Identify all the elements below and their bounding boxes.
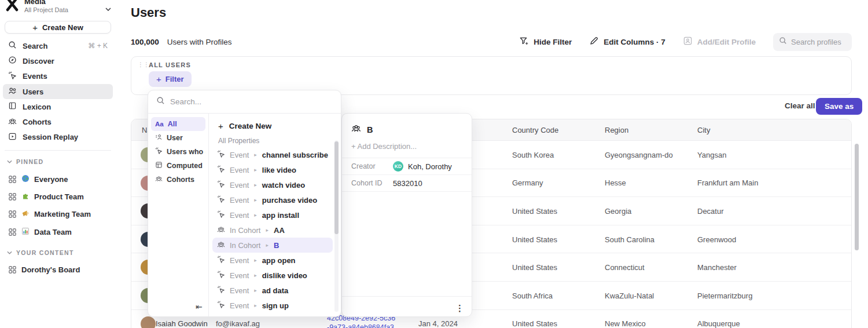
tab-user[interactable]: User <box>151 131 205 145</box>
caret-right-icon: ▸ <box>254 287 257 293</box>
dropdown-item-event-app-install[interactable]: Event▸app install <box>212 207 333 223</box>
board-item-data-team[interactable]: Data Team <box>3 223 113 240</box>
event-cursor-icon <box>155 147 163 156</box>
tab-cohorts[interactable]: Cohorts <box>151 173 205 187</box>
dropdown-item-in-cohort-aa[interactable]: In Cohort▸AA <box>212 223 333 238</box>
sidebar-item-users[interactable]: Users <box>3 84 113 99</box>
event-cursor-icon <box>8 71 17 82</box>
dropdown-section-label: All Properties <box>209 134 342 147</box>
caret-right-icon: ▸ <box>254 303 257 308</box>
tab-users-who-did[interactable]: Users who di... <box>151 145 205 159</box>
add-edit-profile-button[interactable]: Add/Edit Profile <box>683 36 756 48</box>
dropdown-item-event-dislike-video[interactable]: Event▸dislike video <box>212 268 333 283</box>
cell-region: Hesse <box>605 178 626 187</box>
your-content-section-header[interactable]: YOUR CONTENT <box>7 249 74 256</box>
dropdown-create-new[interactable]: + Create New <box>209 117 342 134</box>
sidebar-item-session-replay[interactable]: Session Replay <box>3 130 113 145</box>
search-profiles-box[interactable] <box>773 33 852 51</box>
collapse-panel-icon[interactable]: ⇤ <box>196 302 203 311</box>
event-cursor-icon <box>217 271 225 280</box>
event-cursor-icon <box>217 180 225 190</box>
search-shortcut: ⌘ + K <box>88 42 108 50</box>
project-switcher[interactable]: Media All Project Data <box>5 0 111 14</box>
cell-city: Albuquerque <box>697 319 740 328</box>
cohorts-icon <box>155 175 163 184</box>
board-grid-icon <box>8 228 17 236</box>
sidebar-nav: Search ⌘ + K Discover Events Users Lexic… <box>3 38 113 145</box>
dropdown-scrollbar-thumb[interactable] <box>334 141 339 234</box>
stats-toolbar-row: 100,000 Users with Profiles Hide Filter … <box>131 32 852 51</box>
column-header-region[interactable]: Region <box>605 119 628 141</box>
sidebar-item-discover[interactable]: Discover <box>3 53 113 68</box>
cell-country: United States <box>512 263 557 272</box>
dropdown-item-event-purchase-video[interactable]: Event▸purchase video <box>212 192 333 207</box>
caret-right-icon: ▸ <box>266 242 269 248</box>
edit-columns-button[interactable]: Edit Columns · 7 <box>589 36 665 48</box>
cell-city: Yangsan <box>697 150 726 159</box>
caret-right-icon: ▸ <box>254 167 257 173</box>
board-item-marketing-team[interactable]: Marketing Team <box>3 206 113 223</box>
dropdown-item-event-app-open[interactable]: Event▸app open <box>212 253 333 268</box>
pencil-icon <box>589 36 599 48</box>
bar-chart-icon <box>21 227 30 237</box>
add-description-button[interactable]: + Add Description... <box>342 141 472 158</box>
event-cursor-icon <box>217 301 225 311</box>
more-options-icon[interactable]: ⋮ <box>455 303 464 314</box>
session-replay-icon <box>8 132 17 143</box>
sidebar-item-lexicon[interactable]: Lexicon <box>3 99 113 114</box>
save-as-button[interactable]: Save as <box>816 98 862 115</box>
dropdown-item-in-cohort-b[interactable]: In Cohort▸B <box>212 238 333 253</box>
add-filter-button[interactable]: + Filter <box>149 71 192 87</box>
search-profiles-input[interactable] <box>791 38 846 46</box>
board-item-product-team[interactable]: Product Team <box>3 188 113 205</box>
profile-card-icon <box>683 36 693 48</box>
app-root: Media All Project Data + Create New Sear… <box>0 0 868 328</box>
creator-label: Creator <box>351 162 393 170</box>
board-item-everyone[interactable]: Everyone <box>3 170 113 188</box>
sidebar-item-search[interactable]: Search ⌘ + K <box>3 38 113 53</box>
cell-region: Connecticut <box>605 263 645 272</box>
cell-region: KwaZulu-Natal <box>605 291 654 300</box>
column-header-country-code[interactable]: Country Code <box>512 119 558 141</box>
chevron-down-icon <box>7 251 12 254</box>
filter-group-label: ALL USERS <box>149 61 191 68</box>
cohort-title: B <box>367 125 373 134</box>
creator-row: Creator KD Koh, Dorothy <box>342 158 472 175</box>
sidebar-item-cohorts[interactable]: Cohorts <box>3 114 113 129</box>
caret-right-icon: ▸ <box>266 227 269 233</box>
column-header-city[interactable]: City <box>697 119 710 141</box>
clear-all-button[interactable]: Clear all <box>785 101 815 110</box>
hide-filter-button[interactable]: Hide Filter <box>519 36 572 48</box>
cell-country: Germany <box>512 178 543 187</box>
cell-city: Frankfurt am Main <box>697 178 758 187</box>
text-icon: Aa <box>155 121 164 127</box>
pinned-section-header[interactable]: PINNED <box>7 158 43 165</box>
cohort-id-row: Cohort ID 5832010 <box>342 175 472 192</box>
board-item-dorothys-board[interactable]: Dorothy's Board <box>3 261 113 278</box>
dropdown-item-event-channel-subscribe[interactable]: Event▸channel subscribe <box>212 147 333 162</box>
project-subtitle: All Project Data <box>24 6 105 13</box>
dropdown-item-event-sign-up[interactable]: Event▸sign up <box>212 298 333 313</box>
event-cursor-icon <box>217 150 225 160</box>
drag-handle-icon[interactable]: ⋮⋮ <box>138 62 149 68</box>
cell-city: Manchester <box>697 263 737 272</box>
create-new-button[interactable]: + Create New <box>5 21 111 34</box>
project-name: Media <box>24 0 105 6</box>
dropdown-item-event-like-video[interactable]: Event▸like video <box>212 162 333 177</box>
vertical-scrollbar[interactable] <box>855 144 859 250</box>
chevron-down-icon <box>7 160 12 163</box>
tab-computed[interactable]: Computed <box>151 159 205 173</box>
board-grid-icon <box>8 265 17 274</box>
dropdown-search[interactable] <box>148 90 341 114</box>
sidebar-item-events[interactable]: Events <box>3 69 113 84</box>
search-icon <box>8 41 17 51</box>
cohorts-icon <box>8 117 17 127</box>
dropdown-item-event-ad-data[interactable]: Event▸ad data <box>212 283 333 298</box>
cell-country: South Africa <box>512 291 553 300</box>
dropdown-search-input[interactable] <box>170 97 333 106</box>
cell-email: fo@ikavaf.ag <box>216 319 260 328</box>
tab-all[interactable]: Aa All <box>151 117 205 131</box>
filter-panel: ⋮⋮ ALL USERS + Filter <box>131 56 852 95</box>
dropdown-item-event-watch-video[interactable]: Event▸watch video <box>212 177 333 192</box>
dropdown-category-tabs: Aa All User Users who di... Computed <box>148 114 208 316</box>
